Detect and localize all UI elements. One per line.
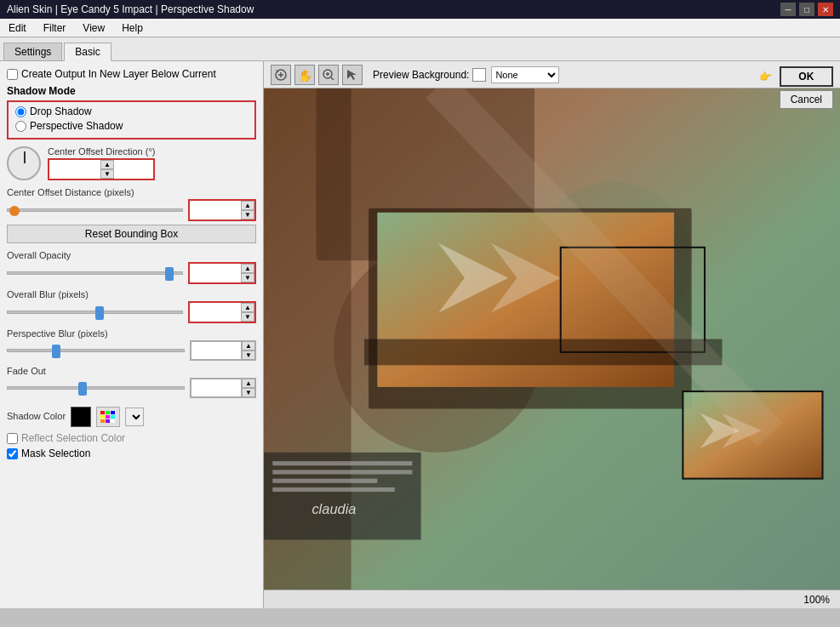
drop-shadow-label: Drop Shadow xyxy=(30,105,92,117)
color-grid-button[interactable] xyxy=(96,407,120,427)
right-toolbar: ✋ Preview Background: None xyxy=(264,61,840,88)
mask-selection-row: Mask Selection xyxy=(7,447,256,459)
menu-filter[interactable]: Filter xyxy=(35,20,75,36)
window-controls: ─ □ ✕ xyxy=(780,3,833,16)
create-output-label: Create Output In New Layer Below Current xyxy=(21,68,216,80)
close-button[interactable]: ✕ xyxy=(818,3,833,16)
left-panel: Create Output In New Layer Below Current… xyxy=(0,61,264,608)
action-buttons: 👉 OK Cancel xyxy=(780,66,833,109)
persp-blur-up-arrow[interactable]: ▲ xyxy=(242,341,255,351)
blur-spinner: 80.00 ▲ ▼ xyxy=(188,301,256,323)
offset-dist-slider-track xyxy=(7,205,183,215)
zoom-reset-icon xyxy=(274,68,288,82)
tab-settings[interactable]: Settings xyxy=(3,43,62,60)
svg-marker-18 xyxy=(347,70,357,80)
main-layout: Create Output In New Layer Below Current… xyxy=(0,61,840,608)
right-panel: ✋ Preview Background: None xyxy=(264,61,840,608)
svg-rect-0 xyxy=(100,411,105,414)
canvas-svg: claudia xyxy=(264,88,840,590)
cancel-button[interactable]: Cancel xyxy=(780,90,833,109)
tab-basic[interactable]: Basic xyxy=(64,43,111,61)
preview-bg-swatch xyxy=(472,68,486,82)
opacity-slider-track xyxy=(7,268,183,278)
persp-shadow-row: Perspective Shadow xyxy=(15,120,248,132)
opacity-spinner: 100 ▲ ▼ xyxy=(188,262,256,284)
reflect-selection-row: Reflect Selection Color xyxy=(7,432,256,444)
hand-icon: ✋ xyxy=(298,68,311,82)
dial-indicator xyxy=(24,151,26,163)
blur-thumb[interactable] xyxy=(95,306,104,320)
overall-opacity-label: Overall Opacity xyxy=(7,250,256,260)
svg-rect-7 xyxy=(106,419,110,423)
blur-up-arrow[interactable]: ▲ xyxy=(241,303,254,312)
shadow-mode-label: Shadow Mode xyxy=(7,85,256,97)
fade-down-arrow[interactable]: ▼ xyxy=(242,388,255,397)
overall-blur-label: Overall Blur (pixels) xyxy=(7,289,256,299)
opacity-down-arrow[interactable]: ▼ xyxy=(241,273,254,282)
color-dropdown[interactable] xyxy=(125,408,144,426)
offset-dist-thumb[interactable] xyxy=(9,206,20,216)
svg-rect-4 xyxy=(106,415,110,419)
canvas-area: claudia xyxy=(264,88,840,590)
persp-shadow-radio[interactable] xyxy=(15,121,26,132)
opacity-input[interactable]: 100 xyxy=(190,264,241,282)
center-offset-dir-input[interactable]: 0 xyxy=(49,160,100,179)
preview-bg-select[interactable]: None xyxy=(491,66,559,83)
center-offset-dir-row: Center Offset Direction (°) 0 ▲ ▼ xyxy=(7,146,256,180)
center-offset-dir-label: Center Offset Direction (°) xyxy=(48,146,155,157)
fade-input[interactable]: 47 xyxy=(191,379,242,397)
direction-dial[interactable] xyxy=(7,146,41,180)
tab-bar: Settings Basic xyxy=(0,37,840,61)
preview-bg-label: Preview Background: xyxy=(373,69,469,81)
fade-spinner: 47 ▲ ▼ xyxy=(190,378,256,398)
title-bar: Alien Skin | Eye Candy 5 Impact | Perspe… xyxy=(0,0,840,19)
blur-input[interactable]: 80.00 xyxy=(190,303,241,322)
persp-blur-input[interactable]: 24.86 xyxy=(191,341,242,360)
color-grid-icon xyxy=(100,411,116,423)
persp-blur-down-arrow[interactable]: ▼ xyxy=(242,351,255,360)
minimize-button[interactable]: ─ xyxy=(780,3,796,16)
maximize-button[interactable]: □ xyxy=(799,3,814,16)
zoom-reset-button[interactable] xyxy=(271,65,291,85)
shadow-color-label: Shadow Color xyxy=(7,411,66,421)
fade-slider-track xyxy=(7,383,185,393)
reset-bounding-box-button[interactable]: Reset Bounding Box xyxy=(7,225,256,243)
svg-rect-3 xyxy=(100,415,105,419)
drop-shadow-row: Drop Shadow xyxy=(15,105,248,117)
title-text: Alien Skin | Eye Candy 5 Impact | Perspe… xyxy=(7,3,254,15)
fade-up-arrow[interactable]: ▲ xyxy=(242,379,255,388)
persp-blur-thumb[interactable] xyxy=(52,345,60,358)
dir-up-arrow[interactable]: ▲ xyxy=(100,160,114,169)
pointer-button[interactable] xyxy=(342,65,363,85)
center-offset-dist-label: Center Offset Distance (pixels) xyxy=(7,187,256,197)
dir-down-arrow[interactable]: ▼ xyxy=(100,169,114,179)
center-offset-dir-spinner: 0 ▲ ▼ xyxy=(48,158,155,180)
shadow-mode-box: Drop Shadow Perspective Shadow xyxy=(7,100,256,140)
reflect-selection-label: Reflect Selection Color xyxy=(21,432,125,444)
menu-edit[interactable]: Edit xyxy=(0,20,35,36)
opacity-up-arrow[interactable]: ▲ xyxy=(241,264,254,273)
create-output-checkbox[interactable] xyxy=(7,69,18,80)
zoom-in-button[interactable] xyxy=(318,65,339,85)
reflect-selection-checkbox[interactable] xyxy=(7,433,18,444)
svg-line-17 xyxy=(331,77,334,80)
hand-tool-button[interactable]: ✋ xyxy=(294,65,315,85)
menu-help[interactable]: Help xyxy=(113,20,151,36)
ok-hand-pointer: 👉 xyxy=(759,71,772,83)
ok-button[interactable]: 👉 OK xyxy=(780,66,833,87)
fade-thumb[interactable] xyxy=(78,382,87,396)
blur-down-arrow[interactable]: ▼ xyxy=(241,312,254,322)
svg-rect-42 xyxy=(272,479,377,483)
dist-down-arrow[interactable]: ▼ xyxy=(241,210,254,219)
blur-slider-track xyxy=(7,307,183,317)
fade-out-label: Fade Out xyxy=(7,366,256,376)
dist-up-arrow[interactable]: ▲ xyxy=(241,201,254,210)
mask-selection-checkbox[interactable] xyxy=(7,448,18,459)
opacity-thumb[interactable] xyxy=(165,267,174,281)
drop-shadow-radio[interactable] xyxy=(15,106,26,117)
svg-text:claudia: claudia xyxy=(311,501,356,516)
shadow-color-swatch[interactable] xyxy=(71,407,91,427)
offset-dist-input[interactable]: 0.00 xyxy=(190,201,241,219)
zoom-level: 100% xyxy=(803,594,830,606)
menu-view[interactable]: View xyxy=(74,20,113,36)
